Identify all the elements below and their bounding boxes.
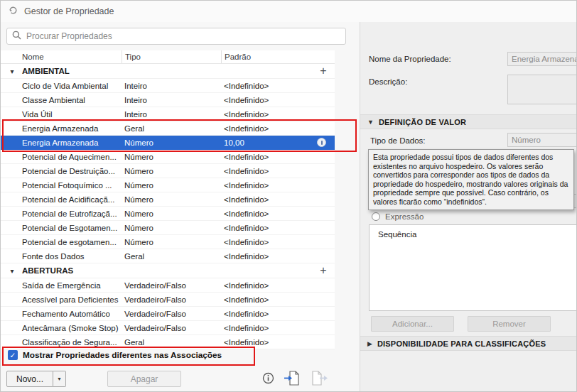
property-row[interactable]: Classe Ambiental Inteiro <Indefinido> (1, 93, 335, 107)
property-row[interactable]: Potencial de Esgotamen... Número <Indefi… (1, 221, 335, 235)
import-properties-icon[interactable] (284, 370, 301, 389)
description-field[interactable] (507, 75, 577, 104)
new-button[interactable]: Novo... (6, 371, 53, 387)
property-row[interactable]: Fonte dos Dados Geral <Indefinido> (1, 249, 335, 263)
property-row[interactable]: Potencial de Destruição... Número <Indef… (1, 164, 335, 178)
availability-section-header[interactable]: ▶ DISPONIBILIDADE PARA CLASSIFICAÇÕES (360, 336, 577, 351)
search-icon (12, 30, 21, 43)
section-collapsed-icon[interactable]: ▶ (367, 340, 372, 347)
column-header-tipo[interactable]: Tipo (122, 50, 221, 63)
property-row[interactable]: Potencial de Eutrofizaçã... Número <Inde… (1, 207, 335, 221)
sequence-item[interactable]: Sequência (370, 225, 577, 239)
property-row[interactable]: Acessível para Deficientes Verdadeiro/Fa… (1, 293, 335, 307)
value-definition-section-header[interactable]: ▼ DEFINIÇÃO DE VALOR (360, 114, 577, 129)
property-row[interactable]: Energia Armazenada Geral <Indefinido> (1, 121, 335, 136)
property-list: Nome Tipo Padrão ▾ AMBIENTAL + Ciclo de … (1, 50, 335, 349)
dialog-title: Gestor de Propriedade (24, 6, 114, 16)
search-input[interactable] (26, 31, 340, 41)
data-type-dropdown[interactable]: Número (507, 133, 577, 147)
property-row[interactable]: Vida Útil Inteiro <Indefinido> (1, 107, 335, 121)
data-type-mismatch-icon[interactable] (317, 138, 326, 147)
property-row[interactable]: Antecâmara (Smoke Stop) Verdadeiro/Falso… (1, 321, 335, 335)
property-manager-icon (8, 5, 18, 18)
column-header-nome[interactable]: Nome (1, 53, 122, 61)
add-property-button[interactable]: + (318, 65, 329, 77)
property-row[interactable]: Potencial de esgotamen... Número <Indefi… (1, 235, 335, 249)
checkbox-checked[interactable]: ✓ (8, 350, 18, 360)
show-differences-option[interactable]: ✓ Mostrar Propriedades diferentes nas As… (8, 350, 222, 360)
property-row-selected[interactable]: Energia Armazenada Número 10,00 (1, 136, 335, 150)
list-header[interactable]: Nome Tipo Padrão (1, 50, 335, 64)
add-value-button[interactable]: Adicionar... (371, 316, 454, 332)
title-bar: Gestor de Propriedade (1, 1, 577, 22)
property-row[interactable]: Classificação de Segura... Geral <Indefi… (1, 335, 335, 349)
description-label: Descrição: (369, 77, 407, 86)
property-name-field[interactable]: Energia Armazenada (507, 52, 577, 66)
property-manager-dialog: Gestor de Propriedade Nome Tipo Padrão ▾… (0, 0, 577, 392)
property-row[interactable]: Potencial de Aquecimen... Número <Indefi… (1, 150, 335, 164)
new-dropdown-arrow-icon[interactable]: ▼ (53, 371, 66, 387)
property-row[interactable]: Fechamento Automático Verdadeiro/Falso <… (1, 307, 335, 321)
property-row[interactable]: Saída de Emergência Verdadeiro/Falso <In… (1, 278, 335, 293)
collapse-caret-icon[interactable]: ▾ (6, 67, 18, 75)
column-header-padrao[interactable]: Padrão (221, 50, 317, 63)
property-row[interactable]: Ciclo de Vida Ambiental Inteiro <Indefin… (1, 79, 335, 93)
remove-value-button[interactable]: Remover (468, 316, 551, 332)
new-button-group[interactable]: Novo... ▼ (6, 371, 66, 387)
group-header-ambiental[interactable]: ▾ AMBIENTAL + (1, 64, 335, 79)
expression-radio[interactable] (372, 212, 380, 221)
group-header-aberturas[interactable]: ▾ ABERTURAS + (1, 263, 335, 278)
collapse-caret-icon[interactable]: ▾ (6, 267, 18, 275)
value-list-box[interactable]: Sequência (369, 224, 577, 311)
delete-button[interactable]: Apagar (107, 371, 181, 387)
property-row[interactable]: Potencial de Acidificaçã... Número <Inde… (1, 192, 335, 207)
export-properties-icon[interactable] (311, 370, 328, 389)
info-icon[interactable] (262, 372, 274, 387)
property-name-label: Nome da Propriedade: (369, 55, 451, 63)
property-row[interactable]: Potencial Fotoquímico ... Número <Indefi… (1, 178, 335, 192)
search-box[interactable] (6, 28, 346, 45)
checkbox-label: Mostrar Propriedades diferentes nas Asso… (23, 350, 222, 360)
expression-radio-label: Expressão (385, 212, 424, 221)
data-type-label: Tipo de Dados: (370, 136, 426, 145)
add-property-button[interactable]: + (318, 265, 329, 276)
data-type-mismatch-tooltip: Esta propriedade possui tipos de dados d… (368, 149, 574, 210)
section-expanded-icon[interactable]: ▼ (367, 119, 374, 126)
